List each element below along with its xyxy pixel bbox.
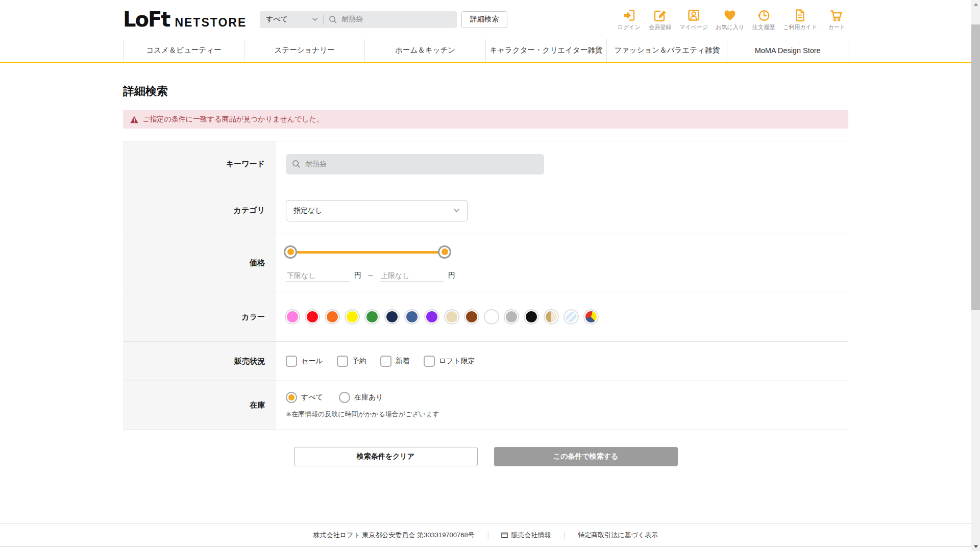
window-scrollbar[interactable] bbox=[971, 0, 980, 551]
external-window-icon bbox=[501, 532, 508, 538]
warning-icon bbox=[130, 116, 138, 123]
nav-item-home-kitchen[interactable]: ホーム＆キッチン bbox=[364, 39, 485, 62]
no-results-alert: ご指定の条件に一致する商品が見つかりませんでした。 bbox=[123, 110, 848, 129]
keyword-label: キーワード bbox=[123, 141, 276, 187]
price-slider-handle-min[interactable] bbox=[284, 245, 297, 259]
price-min-input[interactable] bbox=[286, 269, 350, 282]
logo-secondary-text: NETSTORE bbox=[175, 16, 247, 30]
header-search-input[interactable] bbox=[341, 15, 452, 23]
detail-search-button[interactable]: 詳細検索 bbox=[461, 11, 507, 28]
guide-link[interactable]: ご利用ガイド bbox=[783, 8, 817, 31]
register-link[interactable]: 会員登録 bbox=[648, 8, 672, 31]
radio-stock-available[interactable]: 在庫あり bbox=[339, 392, 383, 403]
clear-conditions-button[interactable]: 検索条件をクリア bbox=[294, 447, 478, 466]
search-icon bbox=[292, 160, 301, 168]
favorites-label: お気に入り bbox=[716, 23, 744, 31]
search-scope-select[interactable]: すべて bbox=[266, 11, 318, 28]
radio-label: 在庫あり bbox=[354, 393, 383, 402]
nav-item-stationery[interactable]: ステーショナリー bbox=[244, 39, 365, 62]
main-content: 詳細検索 ご指定の条件に一致する商品が見つかりませんでした。 キーワード bbox=[123, 84, 848, 466]
mypage-label: マイページ bbox=[679, 23, 708, 31]
chevron-down-icon bbox=[453, 208, 460, 213]
radio-label: すべて bbox=[301, 393, 323, 402]
mypage-link[interactable]: マイページ bbox=[679, 8, 708, 31]
footer-link-commerce-law[interactable]: 特定商取引法に基づく表示 bbox=[578, 531, 658, 540]
checkbox-box bbox=[337, 356, 348, 367]
color-swatch-beige[interactable] bbox=[445, 310, 458, 323]
search-scope-value: すべて bbox=[266, 15, 288, 24]
store-logo[interactable]: LoFt NETSTORE bbox=[123, 8, 247, 31]
mypage-icon bbox=[687, 8, 701, 22]
search-form: キーワード カテゴリ 指定なし bbox=[123, 141, 848, 430]
header-utility-links: ログイン 会員登録 マイページ bbox=[617, 8, 848, 31]
price-row: 価格 円 ～ 円 bbox=[123, 234, 848, 292]
search-icon bbox=[329, 15, 337, 24]
category-select[interactable]: 指定なし bbox=[286, 200, 468, 221]
scrollbar-down-arrow[interactable] bbox=[971, 542, 980, 551]
color-swatch-black[interactable] bbox=[525, 310, 538, 323]
price-slider-track[interactable] bbox=[289, 251, 446, 254]
search-with-conditions-button[interactable]: この条件で検索する bbox=[494, 447, 678, 466]
color-swatch-purple[interactable] bbox=[425, 310, 438, 323]
price-range-slider bbox=[286, 245, 449, 259]
sales-status-row: 販売状況 セール 予約 新着 bbox=[123, 342, 848, 381]
chevron-down-icon bbox=[312, 17, 318, 21]
footer-separator: ｜ bbox=[485, 531, 492, 540]
favorites-link[interactable]: お気に入り bbox=[716, 8, 744, 31]
price-slider-handle-max[interactable] bbox=[438, 245, 451, 259]
category-row: カテゴリ 指定なし bbox=[123, 187, 848, 234]
color-swatch-blue[interactable] bbox=[405, 310, 419, 323]
checkbox-sale[interactable]: セール bbox=[286, 356, 323, 367]
form-actions: 検索条件をクリア この条件で検索する bbox=[123, 447, 848, 466]
page-viewport: LoFt NETSTORE すべて 詳細検索 bbox=[0, 0, 971, 551]
scrollbar-thumb[interactable] bbox=[971, 24, 980, 310]
category-label: カテゴリ bbox=[123, 187, 276, 234]
checkbox-label: 新着 bbox=[396, 357, 410, 366]
footer-link-label: 特定商取引法に基づく表示 bbox=[578, 531, 658, 540]
guide-label: ご利用ガイド bbox=[783, 23, 817, 31]
login-icon bbox=[622, 8, 636, 22]
checkbox-box bbox=[380, 356, 391, 367]
color-swatch-navy[interactable] bbox=[385, 310, 399, 323]
nav-item-character-goods[interactable]: キャラクター・クリエイター雑貨 bbox=[485, 39, 606, 62]
history-icon bbox=[756, 8, 771, 22]
keyword-input[interactable] bbox=[305, 160, 525, 168]
color-swatch-gray[interactable] bbox=[505, 310, 518, 323]
color-swatch-silver[interactable] bbox=[565, 310, 578, 323]
color-swatches bbox=[286, 310, 848, 323]
nav-item-moma[interactable]: MoMA Design Store bbox=[727, 39, 848, 62]
color-swatch-brown[interactable] bbox=[465, 310, 478, 323]
price-label: 価格 bbox=[123, 234, 276, 292]
color-swatch-gold[interactable] bbox=[545, 310, 558, 323]
footer-link-label: 販売会社情報 bbox=[511, 531, 551, 540]
stock-options: すべて 在庫あり bbox=[286, 392, 848, 403]
keyword-row: キーワード bbox=[123, 141, 848, 187]
color-swatch-orange[interactable] bbox=[326, 310, 339, 323]
color-swatch-green[interactable] bbox=[365, 310, 379, 323]
cart-link[interactable]: カート bbox=[825, 8, 848, 31]
color-swatch-multicolor[interactable] bbox=[584, 310, 598, 323]
color-swatch-pink[interactable] bbox=[286, 310, 299, 323]
color-swatch-red[interactable] bbox=[306, 310, 319, 323]
nav-item-cosmetics[interactable]: コスメ＆ビューティー bbox=[123, 39, 244, 62]
color-swatch-white[interactable] bbox=[485, 310, 498, 323]
color-swatch-yellow[interactable] bbox=[346, 310, 359, 323]
header-search-bar: すべて bbox=[260, 11, 457, 28]
checkbox-box bbox=[286, 356, 297, 367]
checkbox-new-arrival[interactable]: 新着 bbox=[380, 356, 410, 367]
price-separator: ～ bbox=[366, 271, 375, 282]
price-min-unit: 円 bbox=[354, 271, 361, 282]
login-link[interactable]: ログイン bbox=[617, 8, 641, 31]
category-nav: コスメ＆ビューティー ステーショナリー ホーム＆キッチン キャラクター・クリエイ… bbox=[0, 39, 971, 63]
scrollbar-up-arrow[interactable] bbox=[971, 0, 980, 9]
checkbox-loft-limited[interactable]: ロフト限定 bbox=[424, 356, 475, 367]
price-max-input[interactable] bbox=[380, 269, 444, 282]
header: LoFt NETSTORE すべて 詳細検索 bbox=[0, 0, 971, 39]
checkbox-label: セール bbox=[301, 357, 323, 366]
checkbox-reservation[interactable]: 予約 bbox=[337, 356, 366, 367]
footer-separator: ｜ bbox=[561, 531, 568, 540]
footer-link-seller-info[interactable]: 販売会社情報 bbox=[501, 531, 551, 540]
order-history-link[interactable]: 注文履歴 bbox=[752, 8, 775, 31]
radio-stock-all[interactable]: すべて bbox=[286, 392, 323, 403]
nav-item-fashion-variety[interactable]: ファッション＆バラエティ雑貨 bbox=[606, 39, 727, 62]
